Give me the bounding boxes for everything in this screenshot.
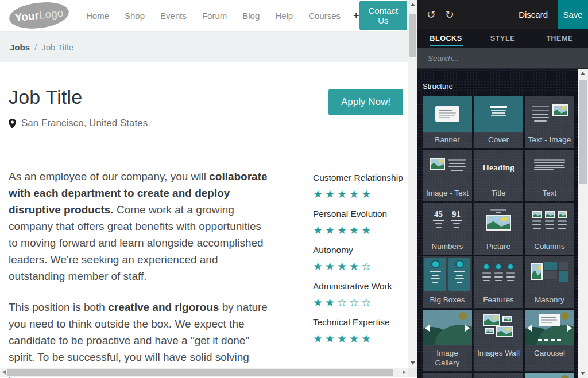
blocks-search-input[interactable] (428, 54, 566, 63)
location-pin-icon (9, 119, 16, 128)
scroll-up-icon[interactable] (411, 3, 415, 6)
job-description: As an employee of our company, you will … (9, 168, 270, 378)
tab-theme[interactable]: THEME (531, 29, 588, 48)
panel-scroll-up-icon[interactable] (581, 72, 585, 75)
page-horizontal-scrollbar[interactable] (0, 368, 408, 377)
section-title: Structure (423, 82, 578, 91)
horizontal-scroll-thumb[interactable] (7, 369, 393, 376)
screen: YourLogo Home Shop Events Forum Blog Hel… (0, 0, 588, 378)
website-preview: YourLogo Home Shop Events Forum Blog Hel… (0, 0, 417, 378)
breadcrumb-jobs-link[interactable]: Jobs (10, 42, 30, 52)
scrollbar-corner (408, 368, 417, 377)
block-label: Image Gallery (423, 345, 472, 371)
block-cover[interactable]: Cover (474, 96, 523, 148)
image-gallery-block-icon (423, 310, 472, 345)
block-partial[interactable] (474, 373, 523, 378)
nav-item-events[interactable]: Events (160, 11, 187, 21)
website-builder-panel: ↺ ↻ Discard Save BLOCKS STYLE THEME Stru… (417, 0, 588, 378)
rating-stars[interactable]: ★★★★★ (313, 224, 405, 236)
block-label: Image - Text (423, 185, 472, 201)
rating-label: Personal Evolution (313, 208, 405, 219)
panel-scrollbar[interactable] (578, 69, 588, 378)
block-label: Images Wall (474, 345, 523, 361)
block-label: Text - Image (525, 132, 574, 148)
editor-tabs: BLOCKS STYLE THEME (417, 29, 588, 48)
rating-label: Administrative Work (313, 280, 405, 291)
scroll-right-icon[interactable] (403, 370, 406, 375)
block-label: Picture (474, 239, 523, 255)
image-text-block-icon (423, 150, 472, 185)
job-location: San Francisco, United States (9, 118, 148, 129)
rating-item: Autonomy ★★★★☆ (313, 244, 405, 272)
block-numbers[interactable]: 45 91 Numbers (423, 203, 472, 255)
save-button[interactable]: Save (558, 0, 588, 29)
block-text[interactable]: Text (525, 150, 574, 201)
text-image-block-icon (525, 96, 574, 132)
nav-item-shop[interactable]: Shop (125, 11, 145, 21)
panel-scroll-down-icon[interactable] (581, 372, 585, 375)
site-header: YourLogo Home Shop Events Forum Blog Hel… (0, 0, 408, 32)
block-carousel[interactable]: Carousel (525, 310, 574, 371)
add-menu-icon[interactable]: + (353, 10, 359, 22)
block-title[interactable]: Heading Title (474, 150, 523, 201)
block-masonry[interactable]: Masonry (525, 256, 574, 308)
blocks-search-bar (417, 48, 588, 69)
vertical-scroll-thumb[interactable] (409, 14, 416, 57)
rating-stars[interactable]: ★★★★☆ (313, 260, 405, 272)
rating-stars[interactable]: ★★★★★ (313, 332, 405, 345)
editor-toolbar: ↺ ↻ Discard Save (417, 0, 588, 29)
block-label: Banner (423, 132, 472, 148)
description-paragraph: This position is both creative and rigor… (9, 299, 270, 378)
block-image-text[interactable]: Image - Text (423, 150, 472, 201)
block-big-boxes[interactable]: Big Boxes (423, 256, 472, 308)
apply-now-button[interactable]: Apply Now! (328, 89, 403, 115)
columns-block-icon (525, 203, 574, 239)
page-vertical-scrollbar[interactable] (408, 0, 417, 368)
block-label: Carousel (525, 345, 574, 361)
images-wall-block-icon (474, 310, 523, 345)
block-label: Masonry (525, 292, 574, 308)
picture-block-icon (474, 203, 523, 239)
scroll-down-icon[interactable] (411, 361, 415, 365)
block-label: Features (474, 292, 523, 308)
block-label: Cover (474, 132, 523, 148)
features-block-icon (474, 256, 523, 292)
block-banner[interactable]: Banner (423, 96, 472, 148)
rating-item: Personal Evolution ★★★★★ (313, 208, 405, 236)
nav-item-home[interactable]: Home (86, 11, 109, 21)
block-partial[interactable] (525, 373, 574, 378)
rating-label: Customer Relationship (313, 172, 405, 183)
rating-stars[interactable]: ★★★★★ (313, 188, 405, 200)
block-columns[interactable]: Columns (525, 203, 574, 255)
block-images-wall[interactable]: Images Wall (474, 310, 523, 371)
breadcrumb-current: Job Title (41, 42, 74, 52)
tab-style[interactable]: STYLE (474, 29, 531, 48)
rating-label: Autonomy (313, 244, 405, 255)
block-text-image[interactable]: Text - Image (525, 96, 574, 148)
nav-item-help[interactable]: Help (275, 11, 293, 21)
cover-block-icon (474, 96, 523, 132)
tab-blocks[interactable]: BLOCKS (417, 29, 474, 48)
masonry-block-icon (525, 256, 574, 292)
panel-scroll-thumb[interactable] (579, 80, 587, 184)
rating-item: Technical Expertise ★★★★★ (313, 317, 405, 345)
text-block-icon (525, 150, 574, 185)
block-features[interactable]: Features (474, 256, 523, 308)
site-logo[interactable]: YourLogo (8, 0, 70, 31)
contact-us-button[interactable]: Contact Us (359, 1, 408, 30)
nav-item-blog[interactable]: Blog (242, 11, 260, 21)
undo-icon[interactable]: ↺ (427, 8, 436, 21)
nav-item-courses[interactable]: Courses (308, 11, 341, 21)
scroll-left-icon[interactable] (2, 370, 6, 375)
block-image-gallery[interactable]: Image Gallery (423, 310, 472, 371)
title-block-icon: Heading (474, 150, 523, 185)
redo-icon[interactable]: ↻ (445, 8, 454, 21)
discard-button[interactable]: Discard (519, 10, 548, 20)
block-picture[interactable]: Picture (474, 203, 523, 255)
big-boxes-block-icon (423, 256, 472, 292)
nav-item-forum[interactable]: Forum (202, 11, 227, 21)
logo-text-logo: Logo (38, 7, 64, 22)
rating-stars[interactable]: ★★☆☆☆ (313, 296, 405, 309)
block-partial[interactable] (423, 373, 472, 378)
description-paragraph: As an employee of our company, you will … (9, 168, 270, 285)
